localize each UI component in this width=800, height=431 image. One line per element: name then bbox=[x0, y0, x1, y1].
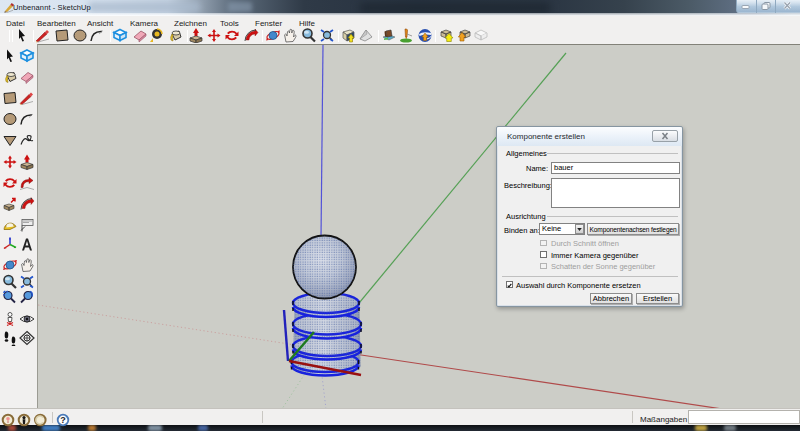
svg-text:?: ? bbox=[60, 415, 66, 425]
